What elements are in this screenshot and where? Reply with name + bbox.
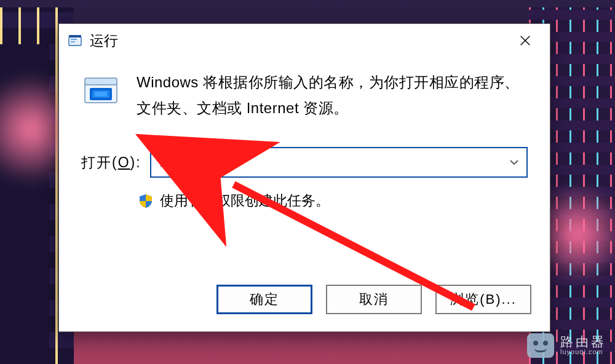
watermark-title: 路由器 — [560, 335, 606, 349]
chevron-down-icon[interactable] — [508, 156, 520, 168]
button-row: 确定 取消 浏览(B)... — [216, 285, 531, 314]
shield-icon — [138, 193, 154, 209]
svg-rect-1 — [69, 35, 81, 38]
close-icon — [518, 34, 532, 47]
browse-button[interactable]: 浏览(B)... — [435, 285, 531, 314]
watermark: 路由器 luyouqi.com — [527, 333, 606, 358]
run-program-icon — [81, 73, 121, 109]
open-label: 打开(O): — [81, 153, 141, 172]
admin-note: 使用管理权限创建此任务。 — [160, 191, 330, 210]
run-dialog: 运行 Windows 将根据你所输入的名称，为你打开相应的程序、文件夹、文档或 … — [58, 23, 550, 332]
svg-rect-3 — [71, 41, 75, 42]
dialog-title: 运行 — [90, 31, 507, 50]
close-button[interactable] — [507, 27, 544, 54]
svg-rect-2 — [71, 39, 77, 40]
run-app-icon — [68, 33, 82, 48]
cancel-button[interactable]: 取消 — [326, 285, 422, 314]
titlebar[interactable]: 运行 — [59, 24, 550, 57]
dialog-description: Windows 将根据你所输入的名称，为你打开相应的程序、文件夹、文档或 Int… — [137, 69, 528, 121]
open-input-value[interactable]: regedit — [160, 154, 508, 170]
watermark-sub: luyouqi.com — [560, 349, 606, 356]
open-combobox[interactable]: regedit — [150, 147, 528, 178]
svg-rect-5 — [85, 78, 117, 85]
ok-button[interactable]: 确定 — [216, 285, 312, 314]
svg-rect-8 — [95, 92, 107, 97]
watermark-icon — [527, 333, 554, 358]
